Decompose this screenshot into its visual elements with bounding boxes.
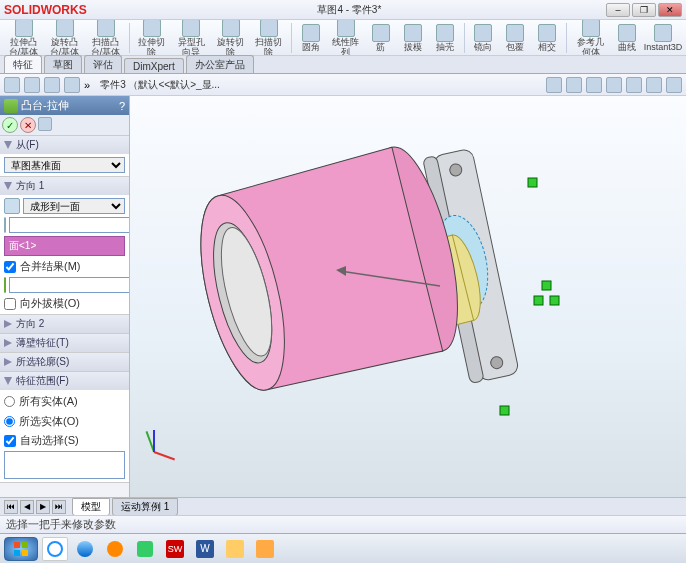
breadcrumb[interactable]: 零件3 （默认<<默认>_显... xyxy=(94,78,226,92)
wrap-button[interactable]: 包覆 xyxy=(500,23,530,53)
draft-angle-input[interactable] xyxy=(9,277,130,293)
section-dir1-header[interactable]: 方向 1 xyxy=(0,177,129,195)
target-face[interactable]: 面<1> xyxy=(4,236,125,256)
taskbar-sogou[interactable] xyxy=(72,537,98,561)
orientation-triad[interactable] xyxy=(138,421,174,457)
panel-header: 凸台-拉伸 ? xyxy=(0,96,129,115)
revolve-boss-button[interactable]: 旋转凸台/基体 xyxy=(45,20,84,56)
hole-wizard-button[interactable]: 异型孔向导 xyxy=(172,20,211,56)
cancel-button[interactable]: ✕ xyxy=(20,117,36,133)
pattern-button[interactable]: 线性阵列 xyxy=(328,20,364,56)
zoom-fit-icon[interactable] xyxy=(546,77,562,93)
tab-prev[interactable]: ◀ xyxy=(20,500,34,514)
section-dir2-header[interactable]: 方向 2 xyxy=(0,315,129,333)
draft-icon[interactable] xyxy=(4,277,6,293)
tab-sketch[interactable]: 草图 xyxy=(44,55,82,73)
detail-button[interactable] xyxy=(38,117,52,131)
mirror-button[interactable]: 镜向 xyxy=(468,23,498,53)
section-direction2: 方向 2 xyxy=(0,315,129,334)
fillet-button[interactable]: 圆角 xyxy=(296,23,326,53)
end-condition-select[interactable]: 成形到一面 xyxy=(23,198,125,214)
display-style-icon[interactable] xyxy=(606,77,622,93)
from-select[interactable]: 草图基准面 xyxy=(4,157,125,173)
taskbar-solidworks[interactable]: SW xyxy=(162,537,188,561)
taskbar-app1[interactable] xyxy=(222,537,248,561)
revolve-cut-button[interactable]: 旋转切除 xyxy=(213,20,249,56)
scope-all-row[interactable]: 所有实体(A) xyxy=(4,393,125,410)
help-icon[interactable]: ? xyxy=(119,100,125,112)
filter-icon[interactable] xyxy=(64,77,80,93)
section-thin-header[interactable]: 薄壁特征(T) xyxy=(0,334,129,352)
close-button[interactable]: ✕ xyxy=(658,3,682,17)
reverse-direction-icon[interactable] xyxy=(4,198,20,214)
revcut-icon xyxy=(222,20,240,37)
tab-last[interactable]: ⏭ xyxy=(52,500,66,514)
svg-rect-22 xyxy=(22,550,28,556)
merge-checkbox[interactable] xyxy=(4,261,16,273)
taskbar-ie[interactable] xyxy=(42,537,68,561)
display-icon[interactable] xyxy=(44,77,60,93)
maximize-button[interactable]: ❐ xyxy=(632,3,656,17)
direction-icon[interactable] xyxy=(4,217,6,233)
section-scope-header[interactable]: 特征范围(F) xyxy=(0,372,129,390)
taskbar-word[interactable]: W xyxy=(192,537,218,561)
sweep-cut-button[interactable]: 扫描切除 xyxy=(251,20,287,56)
tree-icon[interactable] xyxy=(4,77,20,93)
shell-button[interactable]: 抽壳 xyxy=(430,23,460,53)
tab-model[interactable]: 模型 xyxy=(72,498,110,516)
graphics-viewport[interactable] xyxy=(130,96,686,497)
section-icon[interactable] xyxy=(626,77,642,93)
config-icon[interactable] xyxy=(24,77,40,93)
svg-rect-14 xyxy=(528,178,537,187)
sweep-boss-button[interactable]: 扫描凸台/基体 xyxy=(86,20,125,56)
zoom-area-icon[interactable] xyxy=(566,77,582,93)
outdraft-checkbox[interactable] xyxy=(4,298,16,310)
curves-button[interactable]: 曲线 xyxy=(612,23,642,53)
taskbar-app2[interactable] xyxy=(252,537,278,561)
scope-auto-checkbox[interactable] xyxy=(4,435,16,447)
explorer-icon xyxy=(137,541,153,557)
scope-auto-row[interactable]: 自动选择(S) xyxy=(4,433,125,448)
tab-dimxpert[interactable]: DimXpert xyxy=(124,58,184,73)
section-from-header[interactable]: 从(F) xyxy=(0,136,129,154)
intersect-button[interactable]: 相交 xyxy=(532,23,562,53)
taskbar-media[interactable] xyxy=(102,537,128,561)
tab-office[interactable]: 办公室产品 xyxy=(186,55,254,73)
direction-input[interactable] xyxy=(9,217,130,233)
extrude-cut-button[interactable]: 拉伸切除 xyxy=(134,20,170,56)
extrude-boss-button[interactable]: 拉伸凸台/基体 xyxy=(4,20,43,56)
ribbon-separator xyxy=(291,23,292,53)
pattern-icon xyxy=(337,20,355,37)
tab-evaluate[interactable]: 评估 xyxy=(84,55,122,73)
scope-sel-row[interactable]: 所选实体(O) xyxy=(4,413,125,430)
cut-icon xyxy=(143,20,161,37)
tab-next[interactable]: ▶ xyxy=(36,500,50,514)
scene-icon[interactable] xyxy=(646,77,662,93)
section-from: 从(F) 草图基准面 xyxy=(0,136,129,177)
svg-rect-21 xyxy=(14,550,20,556)
start-button[interactable] xyxy=(4,537,38,561)
merge-checkbox-row[interactable]: 合并结果(M) xyxy=(4,259,125,274)
rib-button[interactable]: 筋 xyxy=(366,23,396,53)
view-orient-icon[interactable] xyxy=(586,77,602,93)
intersect-icon xyxy=(538,24,556,42)
instant3d-button[interactable]: Instant3D xyxy=(644,23,682,53)
refgeom-button[interactable]: 参考几何体 xyxy=(571,20,610,56)
tab-motion[interactable]: 运动算例 1 xyxy=(112,498,178,516)
tab-features[interactable]: 特征 xyxy=(4,55,42,73)
ok-button[interactable]: ✓ xyxy=(2,117,18,133)
appearance-icon[interactable] xyxy=(666,77,682,93)
tab-first[interactable]: ⏮ xyxy=(4,500,18,514)
shell-icon xyxy=(436,24,454,42)
scope-all-radio[interactable] xyxy=(4,396,15,407)
draft-button[interactable]: 拔模 xyxy=(398,23,428,53)
outdraft-checkbox-row[interactable]: 向外拔模(O) xyxy=(4,296,125,311)
scope-selected-radio[interactable] xyxy=(4,416,15,427)
scope-body-list[interactable] xyxy=(4,451,125,479)
revolve-icon xyxy=(56,20,74,37)
minimize-button[interactable]: – xyxy=(606,3,630,17)
outdraft-label: 向外拔模(O) xyxy=(20,296,80,311)
taskbar-explorer[interactable] xyxy=(132,537,158,561)
section-scope: 特征范围(F) 所有实体(A) 所选实体(O) 自动选择(S) xyxy=(0,372,129,483)
section-contour-header[interactable]: 所选轮廓(S) xyxy=(0,353,129,371)
